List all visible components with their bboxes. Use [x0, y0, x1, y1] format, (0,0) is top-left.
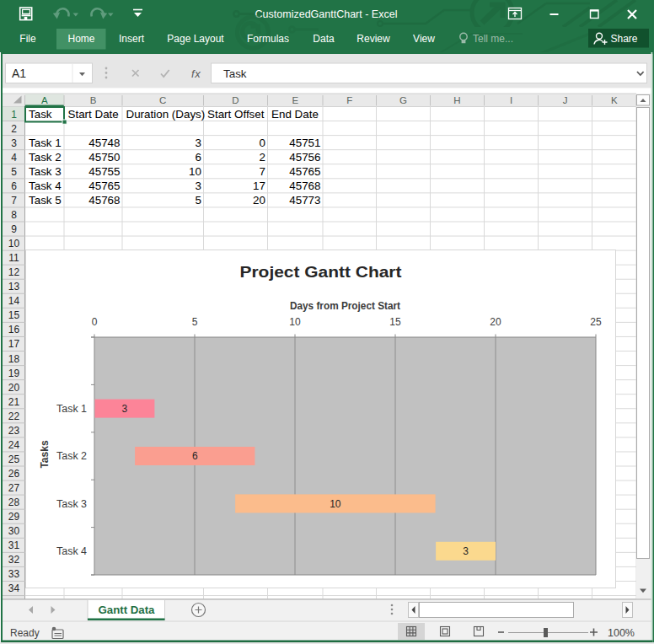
svg-text:20: 20: [8, 382, 20, 394]
svg-text:6: 6: [192, 450, 198, 462]
svg-text:45755: 45755: [88, 165, 120, 178]
svg-text:34: 34: [8, 582, 20, 594]
svg-text:3: 3: [122, 403, 128, 415]
svg-text:Home: Home: [67, 33, 94, 45]
svg-text:30: 30: [8, 525, 20, 537]
svg-text:4: 4: [11, 152, 17, 164]
svg-text:Tell me...: Tell me...: [473, 33, 513, 45]
svg-text:Task 2: Task 2: [56, 450, 87, 462]
svg-text:Task 1: Task 1: [29, 137, 62, 149]
svg-text:Days from Project Start: Days from Project Start: [290, 300, 400, 312]
svg-text:45751: 45751: [289, 137, 320, 149]
svg-text:9: 9: [11, 223, 17, 235]
svg-text:A1: A1: [12, 67, 26, 80]
svg-text:0: 0: [92, 316, 98, 328]
svg-text:23: 23: [8, 425, 20, 437]
svg-text:E: E: [292, 95, 298, 105]
svg-text:A: A: [41, 95, 48, 105]
svg-text:45750: 45750: [88, 151, 120, 164]
svg-text:5: 5: [192, 316, 198, 328]
svg-text:45748: 45748: [88, 137, 120, 149]
svg-text:45768: 45768: [289, 180, 320, 192]
svg-text:10: 10: [189, 165, 201, 178]
svg-text:Formulas: Formulas: [247, 33, 289, 45]
svg-text:Share: Share: [611, 33, 638, 45]
svg-text:D: D: [232, 95, 239, 105]
svg-text:2: 2: [11, 123, 17, 135]
svg-text:Gantt Data: Gantt Data: [99, 604, 155, 616]
svg-text:29: 29: [8, 511, 20, 523]
svg-text:18: 18: [8, 353, 20, 365]
svg-text:Task 1: Task 1: [56, 403, 87, 415]
svg-text:31: 31: [8, 539, 20, 551]
svg-text:Task 4: Task 4: [29, 180, 62, 192]
svg-text:J: J: [563, 95, 568, 105]
svg-text:8: 8: [11, 209, 17, 221]
svg-text:24: 24: [8, 439, 20, 451]
svg-text:3: 3: [196, 137, 201, 149]
svg-text:45768: 45768: [88, 194, 120, 207]
svg-text:Task 3: Task 3: [29, 165, 62, 178]
svg-text:45765: 45765: [88, 180, 120, 192]
svg-text:CustomizedGanttChart - Excel: CustomizedGanttChart - Excel: [255, 8, 398, 20]
svg-text:17: 17: [8, 338, 20, 350]
svg-text:K: K: [611, 95, 618, 105]
svg-text:End Date: End Date: [271, 108, 319, 121]
svg-text:21: 21: [8, 396, 20, 408]
svg-text:5: 5: [196, 194, 201, 207]
svg-text:Data: Data: [313, 33, 335, 45]
svg-text:17: 17: [253, 180, 265, 192]
svg-text:27: 27: [8, 482, 20, 494]
svg-text:15: 15: [389, 316, 401, 328]
svg-text:Task: Task: [29, 108, 52, 121]
svg-text:11: 11: [8, 252, 19, 264]
svg-text:13: 13: [8, 281, 20, 292]
svg-text:2: 2: [260, 151, 265, 164]
svg-text:Review: Review: [356, 33, 390, 45]
svg-text:Task: Task: [223, 67, 247, 80]
svg-text:28: 28: [8, 496, 20, 508]
svg-text:6: 6: [196, 151, 201, 164]
svg-text:I: I: [510, 95, 512, 105]
svg-text:16: 16: [8, 324, 20, 335]
svg-text:1: 1: [11, 109, 17, 121]
svg-text:22: 22: [8, 411, 20, 422]
svg-text:7: 7: [11, 195, 17, 207]
svg-text:20: 20: [490, 316, 501, 328]
svg-text:19: 19: [8, 368, 20, 379]
svg-text:3: 3: [463, 545, 469, 557]
svg-text:Task 4: Task 4: [56, 545, 87, 557]
svg-text:Duration (Days): Duration (Days): [126, 108, 206, 121]
svg-text:Project Gantt Chart: Project Gantt Chart: [240, 264, 402, 281]
svg-text:Ready: Ready: [10, 627, 40, 639]
svg-text:100%: 100%: [608, 627, 635, 639]
svg-text:7: 7: [260, 165, 265, 178]
svg-text:6: 6: [11, 180, 17, 192]
svg-text:fx: fx: [191, 67, 201, 80]
svg-text:Task 3: Task 3: [56, 498, 87, 510]
svg-text:45756: 45756: [289, 151, 320, 164]
svg-text:10: 10: [330, 498, 341, 510]
svg-text:10: 10: [289, 316, 301, 328]
svg-text:15: 15: [8, 309, 20, 321]
svg-text:File: File: [19, 33, 36, 45]
svg-text:25: 25: [590, 316, 602, 328]
svg-text:33: 33: [8, 568, 20, 580]
svg-text:Insert: Insert: [119, 33, 145, 45]
svg-text:14: 14: [8, 295, 20, 307]
svg-text:B: B: [90, 95, 97, 105]
svg-text:View: View: [413, 33, 435, 45]
svg-text:12: 12: [8, 266, 20, 278]
svg-text:Page Layout: Page Layout: [167, 33, 224, 45]
svg-text:45773: 45773: [289, 194, 320, 207]
svg-text:45765: 45765: [289, 165, 320, 178]
svg-text:32: 32: [8, 554, 20, 566]
svg-text:Task 5: Task 5: [29, 194, 62, 207]
svg-text:26: 26: [8, 468, 20, 480]
svg-text:10: 10: [8, 238, 20, 250]
svg-text:F: F: [346, 95, 352, 105]
svg-text:Start Date: Start Date: [68, 108, 119, 121]
svg-text:20: 20: [253, 194, 265, 207]
svg-text:Tasks: Tasks: [39, 440, 51, 468]
svg-text:25: 25: [8, 453, 20, 465]
